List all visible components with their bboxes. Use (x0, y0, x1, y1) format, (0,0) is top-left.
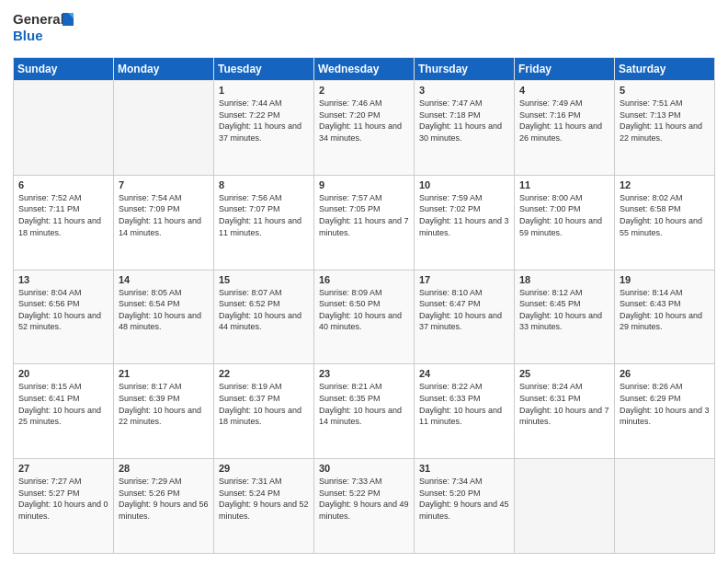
calendar-cell: 18Sunrise: 8:12 AMSunset: 6:45 PMDayligh… (515, 270, 615, 364)
sunrise-text: Sunrise: 7:49 AM (519, 98, 609, 109)
calendar-cell (114, 81, 214, 176)
sunrise-text: Sunrise: 8:21 AM (319, 381, 409, 393)
weekday-header-monday: Monday (114, 58, 214, 81)
calendar-cell: 16Sunrise: 8:09 AMSunset: 6:50 PMDayligh… (314, 270, 415, 364)
sunrise-text: Sunrise: 8:19 AM (219, 381, 309, 393)
svg-text:General: General (13, 11, 64, 27)
daylight-text: Daylight: 11 hours and 22 minutes. (620, 121, 710, 144)
weekday-header-saturday: Saturday (615, 58, 715, 81)
daylight-text: Daylight: 11 hours and 26 minutes. (519, 121, 609, 144)
sunset-text: Sunset: 6:52 PM (219, 298, 309, 310)
day-info: Sunrise: 7:59 AMSunset: 7:02 PMDaylight:… (419, 192, 509, 238)
sunset-text: Sunset: 6:54 PM (119, 298, 209, 310)
sunrise-text: Sunrise: 8:22 AM (419, 381, 509, 393)
sunrise-text: Sunrise: 7:29 AM (119, 476, 209, 488)
calendar-cell: 14Sunrise: 8:05 AMSunset: 6:54 PMDayligh… (114, 270, 214, 364)
day-info: Sunrise: 7:57 AMSunset: 7:05 PMDaylight:… (319, 192, 409, 238)
sunset-text: Sunset: 7:05 PM (319, 203, 409, 215)
sunset-text: Sunset: 6:47 PM (419, 298, 509, 310)
sunset-text: Sunset: 6:39 PM (119, 393, 209, 405)
sunset-text: Sunset: 7:13 PM (620, 109, 710, 121)
day-info: Sunrise: 8:09 AMSunset: 6:50 PMDaylight:… (319, 287, 409, 333)
calendar-cell: 31Sunrise: 7:34 AMSunset: 5:20 PMDayligh… (415, 459, 515, 554)
calendar-row-0: 1Sunrise: 7:44 AMSunset: 7:22 PMDaylight… (14, 81, 715, 176)
sunrise-text: Sunrise: 7:33 AM (319, 476, 409, 488)
sunrise-text: Sunrise: 7:31 AM (219, 476, 309, 488)
daylight-text: Daylight: 10 hours and 40 minutes. (319, 310, 409, 333)
svg-text:Blue: Blue (13, 28, 43, 43)
sunrise-text: Sunrise: 7:59 AM (419, 192, 509, 204)
daylight-text: Daylight: 10 hours and 18 minutes. (219, 405, 309, 428)
day-number: 23 (319, 368, 409, 379)
day-number: 18 (519, 274, 609, 285)
day-number: 2 (319, 85, 409, 96)
day-info: Sunrise: 7:47 AMSunset: 7:18 PMDaylight:… (419, 98, 509, 144)
day-number: 28 (119, 463, 209, 474)
daylight-text: Daylight: 10 hours and 33 minutes. (519, 310, 609, 333)
day-info: Sunrise: 8:26 AMSunset: 6:29 PMDaylight:… (620, 381, 710, 427)
calendar-cell: 7Sunrise: 7:54 AMSunset: 7:09 PMDaylight… (114, 175, 214, 270)
day-info: Sunrise: 8:19 AMSunset: 6:37 PMDaylight:… (219, 381, 309, 427)
sunset-text: Sunset: 5:27 PM (18, 488, 108, 500)
daylight-text: Daylight: 10 hours and 44 minutes. (219, 310, 309, 333)
daylight-text: Daylight: 10 hours and 37 minutes. (419, 310, 509, 333)
sunset-text: Sunset: 7:00 PM (519, 203, 609, 215)
sunset-text: Sunset: 6:33 PM (419, 393, 509, 405)
sunrise-text: Sunrise: 8:07 AM (219, 287, 309, 299)
day-info: Sunrise: 7:34 AMSunset: 5:20 PMDaylight:… (419, 476, 509, 522)
calendar-row-4: 27Sunrise: 7:27 AMSunset: 5:27 PMDayligh… (14, 459, 715, 554)
daylight-text: Daylight: 11 hours and 30 minutes. (419, 121, 509, 144)
sunset-text: Sunset: 6:35 PM (319, 393, 409, 405)
calendar-cell: 30Sunrise: 7:33 AMSunset: 5:22 PMDayligh… (314, 459, 415, 554)
day-number: 5 (620, 85, 710, 96)
day-info: Sunrise: 8:14 AMSunset: 6:43 PMDaylight:… (620, 287, 710, 333)
header: GeneralBlue (13, 9, 715, 50)
calendar-cell: 29Sunrise: 7:31 AMSunset: 5:24 PMDayligh… (214, 459, 314, 554)
day-number: 1 (219, 85, 309, 96)
sunset-text: Sunset: 6:41 PM (18, 393, 108, 405)
day-info: Sunrise: 8:12 AMSunset: 6:45 PMDaylight:… (519, 287, 609, 333)
calendar-table: SundayMondayTuesdayWednesdayThursdayFrid… (13, 57, 715, 554)
weekday-header-tuesday: Tuesday (214, 58, 314, 81)
day-info: Sunrise: 8:15 AMSunset: 6:41 PMDaylight:… (18, 381, 108, 427)
sunrise-text: Sunrise: 8:04 AM (18, 287, 108, 299)
weekday-header-thursday: Thursday (415, 58, 515, 81)
sunrise-text: Sunrise: 7:56 AM (219, 192, 309, 204)
daylight-text: Daylight: 9 hours and 49 minutes. (319, 499, 409, 522)
sunset-text: Sunset: 5:26 PM (119, 488, 209, 500)
sunrise-text: Sunrise: 7:51 AM (620, 98, 710, 109)
calendar-cell: 28Sunrise: 7:29 AMSunset: 5:26 PMDayligh… (114, 459, 214, 554)
calendar-cell: 13Sunrise: 8:04 AMSunset: 6:56 PMDayligh… (14, 270, 114, 364)
calendar-cell: 24Sunrise: 8:22 AMSunset: 6:33 PMDayligh… (415, 364, 515, 459)
calendar-cell (515, 459, 615, 554)
sunrise-text: Sunrise: 8:24 AM (519, 381, 609, 393)
day-info: Sunrise: 7:54 AMSunset: 7:09 PMDaylight:… (119, 192, 209, 238)
day-number: 25 (519, 368, 609, 379)
day-number: 27 (18, 463, 108, 474)
day-number: 31 (419, 463, 509, 474)
sunrise-text: Sunrise: 7:46 AM (319, 98, 409, 109)
daylight-text: Daylight: 9 hours and 45 minutes. (419, 499, 509, 522)
day-info: Sunrise: 8:24 AMSunset: 6:31 PMDaylight:… (519, 381, 609, 427)
daylight-text: Daylight: 10 hours and 48 minutes. (119, 310, 209, 333)
weekday-header-row: SundayMondayTuesdayWednesdayThursdayFrid… (14, 58, 715, 81)
calendar-cell: 23Sunrise: 8:21 AMSunset: 6:35 PMDayligh… (314, 364, 415, 459)
sunset-text: Sunset: 7:16 PM (519, 109, 609, 121)
day-number: 30 (319, 463, 409, 474)
sunset-text: Sunset: 6:37 PM (219, 393, 309, 405)
daylight-text: Daylight: 10 hours and 22 minutes. (119, 405, 209, 428)
day-info: Sunrise: 7:44 AMSunset: 7:22 PMDaylight:… (219, 98, 309, 144)
daylight-text: Daylight: 11 hours and 11 minutes. (219, 215, 309, 238)
sunrise-text: Sunrise: 8:14 AM (620, 287, 710, 299)
day-info: Sunrise: 8:07 AMSunset: 6:52 PMDaylight:… (219, 287, 309, 333)
day-number: 14 (119, 274, 209, 285)
sunset-text: Sunset: 6:45 PM (519, 298, 609, 310)
calendar-cell: 27Sunrise: 7:27 AMSunset: 5:27 PMDayligh… (14, 459, 114, 554)
calendar-row-1: 6Sunrise: 7:52 AMSunset: 7:11 PMDaylight… (14, 175, 715, 270)
sunrise-text: Sunrise: 8:02 AM (620, 192, 710, 204)
sunrise-text: Sunrise: 8:15 AM (18, 381, 108, 393)
daylight-text: Daylight: 11 hours and 37 minutes. (219, 121, 309, 144)
calendar-row-3: 20Sunrise: 8:15 AMSunset: 6:41 PMDayligh… (14, 364, 715, 459)
day-number: 10 (419, 179, 509, 190)
day-info: Sunrise: 8:00 AMSunset: 7:00 PMDaylight:… (519, 192, 609, 238)
